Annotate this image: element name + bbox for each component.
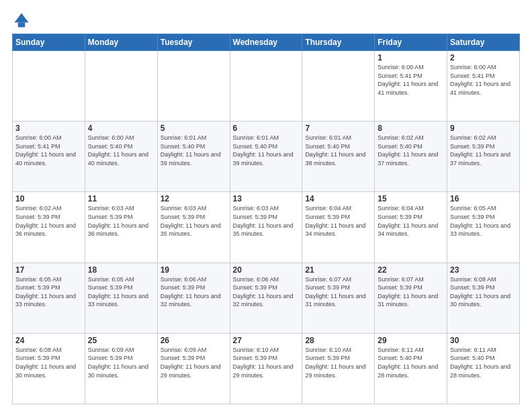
day-number: 5 xyxy=(161,124,227,133)
day-cell: 11Sunrise: 6:03 AM Sunset: 5:39 PM Dayli… xyxy=(85,192,157,263)
day-info: Sunrise: 6:03 AM Sunset: 5:39 PM Dayligh… xyxy=(233,204,300,238)
day-info: Sunrise: 6:10 AM Sunset: 5:39 PM Dayligh… xyxy=(233,346,300,379)
day-number: 23 xyxy=(450,265,517,275)
day-cell: 21Sunrise: 6:07 AM Sunset: 5:39 PM Dayli… xyxy=(302,263,375,333)
day-number: 22 xyxy=(378,265,444,275)
day-cell: 30Sunrise: 6:11 AM Sunset: 5:40 PM Dayli… xyxy=(447,333,520,404)
day-info: Sunrise: 6:10 AM Sunset: 5:39 PM Dayligh… xyxy=(305,346,371,379)
day-info: Sunrise: 6:09 AM Sunset: 5:39 PM Dayligh… xyxy=(161,346,227,379)
day-number: 12 xyxy=(161,194,227,203)
header-cell-saturday: Saturday xyxy=(447,34,520,51)
day-cell xyxy=(13,51,85,122)
day-info: Sunrise: 6:05 AM Sunset: 5:39 PM Dayligh… xyxy=(450,204,517,238)
day-number: 30 xyxy=(450,336,517,345)
day-cell: 26Sunrise: 6:09 AM Sunset: 5:39 PM Dayli… xyxy=(157,333,230,404)
day-cell: 15Sunrise: 6:04 AM Sunset: 5:39 PM Dayli… xyxy=(375,192,447,263)
day-number: 6 xyxy=(233,124,300,133)
day-number: 27 xyxy=(233,336,300,345)
day-number: 24 xyxy=(15,336,82,345)
day-number: 7 xyxy=(305,124,371,133)
calendar-table: SundayMondayTuesdayWednesdayThursdayFrid… xyxy=(12,34,520,404)
day-number: 3 xyxy=(15,124,82,133)
day-cell: 17Sunrise: 6:05 AM Sunset: 5:39 PM Dayli… xyxy=(13,263,85,333)
week-row-3: 17Sunrise: 6:05 AM Sunset: 5:39 PM Dayli… xyxy=(13,263,520,333)
day-number: 16 xyxy=(450,194,517,203)
day-number: 4 xyxy=(88,124,154,133)
day-cell: 9Sunrise: 6:02 AM Sunset: 5:39 PM Daylig… xyxy=(447,122,520,192)
day-cell: 22Sunrise: 6:07 AM Sunset: 5:39 PM Dayli… xyxy=(375,263,447,333)
day-number: 15 xyxy=(378,194,444,203)
header-row: SundayMondayTuesdayWednesdayThursdayFrid… xyxy=(13,34,520,51)
header-cell-sunday: Sunday xyxy=(13,34,85,51)
day-cell xyxy=(157,51,230,122)
day-info: Sunrise: 6:01 AM Sunset: 5:40 PM Dayligh… xyxy=(161,134,227,167)
day-info: Sunrise: 6:01 AM Sunset: 5:40 PM Dayligh… xyxy=(233,134,300,167)
day-info: Sunrise: 6:01 AM Sunset: 5:40 PM Dayligh… xyxy=(305,134,371,167)
day-number: 14 xyxy=(305,194,371,203)
day-cell: 13Sunrise: 6:03 AM Sunset: 5:39 PM Dayli… xyxy=(230,192,302,263)
day-number: 19 xyxy=(161,265,227,275)
day-number: 18 xyxy=(88,265,154,275)
day-info: Sunrise: 6:00 AM Sunset: 5:41 PM Dayligh… xyxy=(15,134,82,167)
day-cell: 20Sunrise: 6:06 AM Sunset: 5:39 PM Dayli… xyxy=(230,263,302,333)
header-cell-wednesday: Wednesday xyxy=(230,34,302,51)
day-number: 2 xyxy=(450,53,517,62)
day-info: Sunrise: 6:09 AM Sunset: 5:39 PM Dayligh… xyxy=(88,346,154,379)
header-cell-tuesday: Tuesday xyxy=(157,34,230,51)
logo xyxy=(12,11,34,30)
day-cell xyxy=(230,51,302,122)
day-cell: 28Sunrise: 6:10 AM Sunset: 5:39 PM Dayli… xyxy=(302,333,375,404)
day-info: Sunrise: 6:00 AM Sunset: 5:41 PM Dayligh… xyxy=(450,63,517,97)
day-cell: 27Sunrise: 6:10 AM Sunset: 5:39 PM Dayli… xyxy=(230,333,302,404)
day-cell: 6Sunrise: 6:01 AM Sunset: 5:40 PM Daylig… xyxy=(230,122,302,192)
day-number: 13 xyxy=(233,194,300,203)
day-info: Sunrise: 6:02 AM Sunset: 5:39 PM Dayligh… xyxy=(450,134,517,167)
day-info: Sunrise: 6:03 AM Sunset: 5:39 PM Dayligh… xyxy=(161,204,227,238)
day-cell: 3Sunrise: 6:00 AM Sunset: 5:41 PM Daylig… xyxy=(13,122,85,192)
week-row-2: 10Sunrise: 6:02 AM Sunset: 5:39 PM Dayli… xyxy=(13,192,520,263)
day-number: 8 xyxy=(378,124,444,133)
day-info: Sunrise: 6:11 AM Sunset: 5:40 PM Dayligh… xyxy=(450,346,517,379)
header xyxy=(12,11,520,30)
header-cell-friday: Friday xyxy=(375,34,447,51)
svg-marker-1 xyxy=(15,13,29,23)
day-number: 21 xyxy=(305,265,371,275)
day-info: Sunrise: 6:00 AM Sunset: 5:41 PM Dayligh… xyxy=(378,63,444,97)
day-cell: 4Sunrise: 6:00 AM Sunset: 5:40 PM Daylig… xyxy=(85,122,157,192)
day-info: Sunrise: 6:04 AM Sunset: 5:39 PM Dayligh… xyxy=(305,204,371,238)
day-number: 28 xyxy=(305,336,371,345)
header-cell-thursday: Thursday xyxy=(302,34,375,51)
day-cell xyxy=(85,51,157,122)
day-cell: 7Sunrise: 6:01 AM Sunset: 5:40 PM Daylig… xyxy=(302,122,375,192)
day-cell: 24Sunrise: 6:08 AM Sunset: 5:39 PM Dayli… xyxy=(13,333,85,404)
logo-icon xyxy=(12,11,31,30)
day-info: Sunrise: 6:07 AM Sunset: 5:39 PM Dayligh… xyxy=(305,275,371,309)
week-row-0: 1Sunrise: 6:00 AM Sunset: 5:41 PM Daylig… xyxy=(13,51,520,122)
day-cell: 16Sunrise: 6:05 AM Sunset: 5:39 PM Dayli… xyxy=(447,192,520,263)
day-cell: 29Sunrise: 6:11 AM Sunset: 5:40 PM Dayli… xyxy=(375,333,447,404)
day-number: 1 xyxy=(378,53,444,62)
svg-rect-2 xyxy=(18,23,26,28)
day-info: Sunrise: 6:06 AM Sunset: 5:39 PM Dayligh… xyxy=(233,275,300,309)
day-cell: 2Sunrise: 6:00 AM Sunset: 5:41 PM Daylig… xyxy=(447,51,520,122)
day-number: 9 xyxy=(450,124,517,133)
week-row-1: 3Sunrise: 6:00 AM Sunset: 5:41 PM Daylig… xyxy=(13,122,520,192)
day-info: Sunrise: 6:02 AM Sunset: 5:39 PM Dayligh… xyxy=(15,204,82,238)
day-info: Sunrise: 6:04 AM Sunset: 5:39 PM Dayligh… xyxy=(378,204,444,238)
calendar-body: 1Sunrise: 6:00 AM Sunset: 5:41 PM Daylig… xyxy=(13,51,520,404)
day-number: 10 xyxy=(15,194,82,203)
day-number: 17 xyxy=(15,265,82,275)
day-info: Sunrise: 6:06 AM Sunset: 5:39 PM Dayligh… xyxy=(161,275,227,309)
week-row-4: 24Sunrise: 6:08 AM Sunset: 5:39 PM Dayli… xyxy=(13,333,520,404)
day-cell: 19Sunrise: 6:06 AM Sunset: 5:39 PM Dayli… xyxy=(157,263,230,333)
calendar-header: SundayMondayTuesdayWednesdayThursdayFrid… xyxy=(13,34,520,51)
day-cell: 23Sunrise: 6:08 AM Sunset: 5:39 PM Dayli… xyxy=(447,263,520,333)
day-cell: 1Sunrise: 6:00 AM Sunset: 5:41 PM Daylig… xyxy=(375,51,447,122)
page: SundayMondayTuesdayWednesdayThursdayFrid… xyxy=(0,0,532,411)
day-info: Sunrise: 6:03 AM Sunset: 5:39 PM Dayligh… xyxy=(88,204,154,238)
day-cell: 8Sunrise: 6:02 AM Sunset: 5:40 PM Daylig… xyxy=(375,122,447,192)
day-cell xyxy=(302,51,375,122)
day-info: Sunrise: 6:00 AM Sunset: 5:40 PM Dayligh… xyxy=(88,134,154,167)
day-info: Sunrise: 6:11 AM Sunset: 5:40 PM Dayligh… xyxy=(378,346,444,379)
day-cell: 5Sunrise: 6:01 AM Sunset: 5:40 PM Daylig… xyxy=(157,122,230,192)
